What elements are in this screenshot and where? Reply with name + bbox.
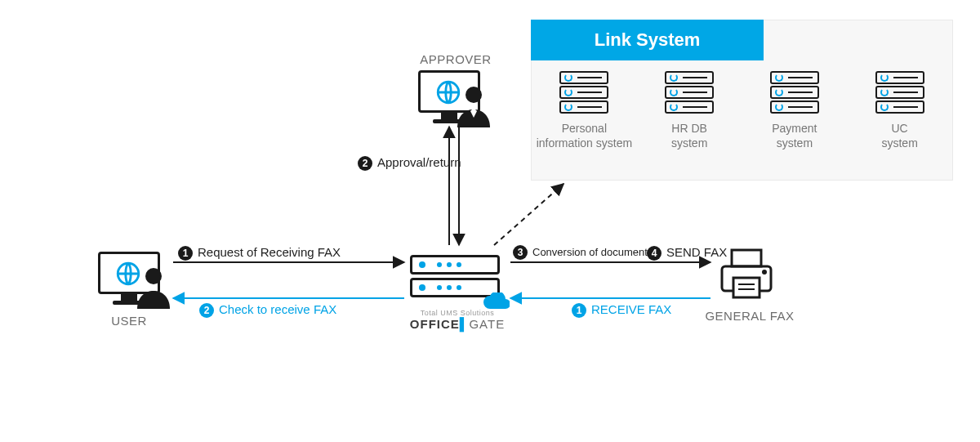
flow-receive-text: RECEIVE FAX bbox=[591, 302, 671, 316]
link-system-grid: Personal information system HR DB system… bbox=[532, 71, 952, 150]
server-rack-icon bbox=[770, 71, 819, 115]
flow-approval-text: Approval/return bbox=[377, 155, 461, 169]
svg-line-6 bbox=[494, 184, 564, 245]
server-rack-icon bbox=[875, 71, 924, 115]
flow-convert-text: Conversion of document bbox=[532, 246, 648, 258]
system-uc: UC system bbox=[851, 71, 949, 150]
system-label: Payment system bbox=[772, 122, 817, 150]
flow-request-text: Request of Receiving FAX bbox=[198, 245, 341, 259]
gateway-tagline: Total UMS Solutions bbox=[400, 309, 514, 317]
person-icon bbox=[136, 266, 172, 309]
svg-point-16 bbox=[762, 270, 767, 275]
flow-check-text: Check to receive FAX bbox=[219, 302, 336, 316]
computer-user-icon bbox=[418, 70, 492, 127]
link-system-title: Link System bbox=[531, 20, 764, 60]
flow-check: 2Check to receive FAX bbox=[199, 302, 336, 318]
flow-send-text: SEND FAX bbox=[666, 245, 727, 259]
user-node bbox=[98, 252, 172, 309]
link-system-panel: Link System Personal information system … bbox=[531, 20, 953, 181]
cloud-icon bbox=[482, 292, 510, 310]
server-rack-icon bbox=[559, 71, 608, 115]
system-label: UC system bbox=[881, 122, 917, 150]
svg-rect-13 bbox=[733, 278, 760, 297]
svg-point-10 bbox=[145, 268, 162, 284]
server-unit-icon bbox=[410, 255, 500, 275]
svg-point-8 bbox=[466, 87, 482, 103]
user-caption: USER bbox=[88, 314, 170, 328]
flow-convert: 3Conversion of document bbox=[513, 245, 648, 260]
computer-user-icon bbox=[98, 252, 172, 309]
flow-receive: 1RECEIVE FAX bbox=[572, 302, 671, 318]
gateway-name-a: OFFICE bbox=[410, 317, 460, 331]
flow-approval: 2Approval/return bbox=[358, 155, 461, 171]
system-label: HR DB system bbox=[671, 122, 707, 150]
office-gate-logo: Total UMS Solutions OFFICE▌GATE bbox=[400, 309, 514, 331]
person-icon bbox=[456, 85, 492, 127]
svg-rect-12 bbox=[732, 250, 761, 266]
system-personal-info: Personal information system bbox=[535, 71, 633, 150]
fax-caption: GENERAL FAX bbox=[701, 309, 799, 323]
approver-node bbox=[418, 70, 492, 127]
approver-caption: APPROVER bbox=[407, 52, 505, 66]
system-hr-db: HR DB system bbox=[640, 71, 738, 150]
flow-send: 4SEND FAX bbox=[647, 245, 727, 261]
diagram-canvas: Link System Personal information system … bbox=[0, 0, 980, 442]
system-payment: Payment system bbox=[746, 71, 844, 150]
gateway-name-b: GATE bbox=[469, 317, 505, 331]
system-label: Personal information system bbox=[537, 122, 632, 150]
flow-request: 1Request of Receiving FAX bbox=[178, 245, 341, 261]
server-rack-icon bbox=[665, 71, 714, 115]
